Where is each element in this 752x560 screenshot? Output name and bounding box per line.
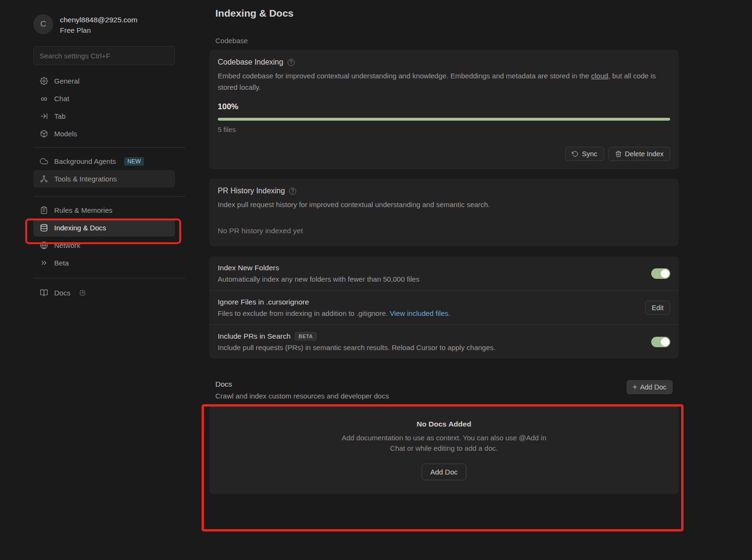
globe-icon (40, 241, 48, 249)
description-text: Add documentation to use as context. You… (342, 434, 547, 442)
indexing-settings-card: Index New Folders Automatically index an… (209, 256, 679, 359)
sidebar-item-general[interactable]: General (33, 72, 175, 90)
sidebar-item-label: Models (54, 130, 77, 138)
setting-title: Ignore Files in .cursorignore (218, 298, 450, 306)
sidebar-item-tab[interactable]: Tab (33, 107, 175, 125)
setting-row-index-new-folders: Index New Folders Automatically index an… (209, 256, 679, 290)
sidebar-divider (33, 147, 185, 148)
description-text: Embed codebase for improved contextual u… (218, 72, 591, 80)
add-doc-center-label: Add Doc (430, 468, 458, 476)
toggle-knob (661, 338, 669, 346)
edit-button[interactable]: Edit (645, 301, 670, 315)
codebase-indexing-title: Codebase Indexing (218, 58, 283, 66)
plus-icon: + (633, 383, 637, 391)
sidebar-item-background-agents[interactable]: Background Agents NEW (33, 152, 175, 170)
user-account: C chenyl8848@2925.com Free Plan (33, 14, 185, 34)
cube-icon (40, 130, 48, 138)
help-icon[interactable]: ? (288, 59, 295, 66)
pr-history-title: PR History Indexing (218, 187, 285, 195)
no-docs-description: Add documentation to use as context. You… (342, 433, 547, 454)
sidebar-item-label: Indexing & Docs (54, 224, 106, 232)
sidebar-item-models[interactable]: Models (33, 125, 175, 142)
trash-icon (615, 151, 622, 157)
sidebar-item-label: Chat (54, 95, 69, 103)
new-badge: NEW (124, 157, 144, 166)
sidebar-item-docs[interactable]: Docs (33, 284, 175, 302)
setting-title: Include PRs in Search (218, 332, 290, 341)
settings-sidebar: C chenyl8848@2925.com Free Plan General … (33, 14, 185, 302)
no-docs-title: No Docs Added (417, 420, 472, 428)
edit-button-label: Edit (652, 304, 664, 312)
add-doc-button-label: Add Doc (640, 383, 666, 391)
search-input[interactable] (33, 46, 175, 65)
chevrons-right-icon (40, 259, 48, 267)
user-email: chenyl8848@2925.com (60, 14, 137, 26)
sidebar-item-label: Docs (54, 289, 70, 297)
codebase-indexing-card: Codebase Indexing ? Embed codebase for i… (209, 50, 679, 169)
delete-index-button[interactable]: Delete Index (608, 147, 670, 161)
progress-bar-fill (218, 118, 670, 121)
docs-empty-state-card: No Docs Added Add documentation to use a… (209, 406, 679, 494)
pr-history-empty-state: No PR history indexed yet (218, 227, 670, 238)
sidebar-item-chat[interactable]: ∞ Chat (33, 90, 175, 107)
database-icon (40, 224, 48, 232)
beta-badge: BETA (295, 332, 317, 341)
nodes-icon (40, 175, 48, 183)
gear-icon (40, 77, 48, 85)
cloud-link[interactable]: cloud (591, 72, 608, 80)
sidebar-item-label: Background Agents (54, 157, 116, 165)
tab-arrow-icon (40, 112, 48, 120)
setting-title: Index New Folders (218, 264, 419, 272)
sidebar-divider (33, 278, 185, 278)
external-link-icon (79, 290, 86, 296)
setting-description: Files to exclude from indexing in additi… (218, 309, 450, 317)
sidebar-item-label: Tools & Integrations (54, 175, 117, 183)
files-count: 5 files (218, 126, 670, 133)
add-doc-button[interactable]: + Add Doc (627, 380, 673, 394)
user-plan: Free Plan (60, 26, 137, 34)
sidebar-item-label: General (54, 77, 79, 85)
description-text: Chat or while editing to add a doc. (390, 444, 498, 452)
sidebar-item-beta[interactable]: Beta (33, 254, 175, 272)
sidebar-item-tools-integrations[interactable]: Tools & Integrations (33, 170, 175, 188)
progress-percent: 100% (218, 102, 670, 112)
help-icon[interactable]: ? (289, 188, 296, 195)
sidebar-item-label: Network (54, 241, 80, 249)
description-text: Files to exclude from indexing in additi… (218, 309, 390, 317)
refresh-icon (572, 151, 578, 157)
codebase-indexing-description: Embed codebase for improved contextual u… (218, 70, 660, 93)
docs-subtitle: Crawl and index custom resources and dev… (215, 392, 389, 400)
progress-bar (218, 118, 670, 121)
index-new-folders-toggle[interactable] (651, 268, 670, 279)
add-doc-center-button[interactable]: Add Doc (422, 464, 466, 480)
sidebar-item-indexing-docs[interactable]: Indexing & Docs (33, 219, 175, 237)
avatar: C (33, 14, 53, 34)
pr-history-card: PR History Indexing ? Index pull request… (209, 179, 679, 246)
docs-section-header: Docs Crawl and index custom resources an… (209, 380, 679, 400)
toggle-knob (661, 269, 669, 278)
docs-title: Docs (215, 380, 389, 389)
book-icon (40, 289, 48, 297)
sidebar-item-label: Beta (54, 259, 69, 267)
view-included-files-link[interactable]: View included files. (390, 309, 450, 317)
setting-description: Include pull requests (PRs) in semantic … (218, 343, 495, 351)
delete-index-button-label: Delete Index (625, 150, 664, 158)
include-prs-toggle[interactable] (651, 337, 670, 347)
sidebar-item-rules-memories[interactable]: Rules & Memories (33, 201, 175, 219)
setting-row-include-prs: Include PRs in Search BETA Include pull … (209, 324, 679, 359)
setting-description: Automatically index any new folders with… (218, 275, 419, 283)
cloud-icon (40, 157, 48, 165)
codebase-section-label: Codebase (215, 37, 679, 45)
sidebar-item-label: Rules & Memories (54, 206, 113, 214)
sync-button-label: Sync (582, 150, 597, 158)
sidebar-nav: General ∞ Chat Tab Models Background Age… (33, 72, 185, 302)
clipboard-icon (40, 206, 48, 214)
sidebar-item-network[interactable]: Network (33, 237, 175, 254)
sidebar-divider (33, 196, 185, 197)
sync-button[interactable]: Sync (565, 147, 604, 161)
sidebar-item-label: Tab (54, 112, 66, 120)
infinity-icon: ∞ (40, 95, 48, 103)
indexing-docs-page: Indexing & Docs Codebase Codebase Indexi… (209, 8, 679, 494)
pr-history-description: Index pull request history for improved … (218, 199, 660, 210)
avatar-letter: C (40, 19, 46, 29)
